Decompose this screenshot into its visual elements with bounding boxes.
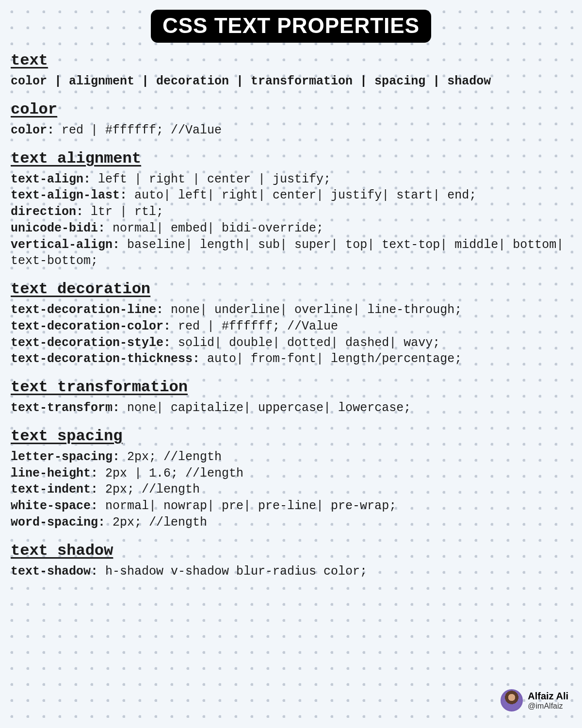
property-values: h-shadow v-shadow blur-radius color; bbox=[98, 564, 367, 579]
page-title: CSS TEXT PROPERTIES bbox=[151, 10, 431, 43]
property-line: direction: ltr | rtl; bbox=[11, 204, 571, 220]
property-values: solid| double| dotted| dashed| wavy; bbox=[171, 336, 440, 350]
property-values: 2px | 1.6; //length bbox=[98, 466, 243, 480]
intro-heading: text bbox=[11, 51, 571, 69]
avatar bbox=[501, 689, 523, 711]
property-name: white-space: bbox=[11, 499, 98, 513]
property-name: text-align: bbox=[11, 172, 91, 186]
property-values: normal| nowrap| pre| pre-line| pre-wrap; bbox=[98, 499, 396, 513]
property-line: text-decoration-style: solid| double| do… bbox=[11, 335, 571, 351]
title-container: CSS TEXT PROPERTIES bbox=[11, 10, 571, 43]
property-values: auto| left| right| center| justify| star… bbox=[127, 188, 476, 202]
property-name: text-decoration-style: bbox=[11, 336, 171, 350]
property-name: text-transform: bbox=[11, 401, 120, 415]
property-name: vertical-align: bbox=[11, 238, 120, 252]
property-values: auto| from-font| length/percentage; bbox=[200, 352, 462, 366]
property-line: text-decoration-line: none| underline| o… bbox=[11, 302, 571, 318]
section-heading: color bbox=[11, 100, 571, 118]
property-name: line-height: bbox=[11, 466, 98, 480]
section-heading: text shadow bbox=[11, 542, 571, 560]
sections-container: colorcolor: red | #ffffff; //Valuetext a… bbox=[11, 100, 571, 580]
attribution: Alfaiz Ali @imAlfaiz bbox=[501, 689, 568, 711]
property-name: text-decoration-line: bbox=[11, 303, 163, 317]
property-name: direction: bbox=[11, 205, 83, 219]
property-name: text-indent: bbox=[11, 482, 98, 496]
property-line: text-transform: none| capitalize| upperc… bbox=[11, 400, 571, 416]
section-heading: text transformation bbox=[11, 378, 571, 396]
property-line: white-space: normal| nowrap| pre| pre-li… bbox=[11, 498, 571, 514]
property-name: text-decoration-thickness: bbox=[11, 352, 200, 366]
property-line: text-indent: 2px; //length bbox=[11, 481, 571, 498]
property-line: letter-spacing: 2px; //length bbox=[11, 449, 571, 465]
property-name: unicode-bidi: bbox=[11, 221, 105, 235]
property-line: text-shadow: h-shadow v-shadow blur-radi… bbox=[11, 563, 571, 580]
property-name: word-spacing: bbox=[11, 515, 105, 529]
property-values: none| capitalize| uppercase| lowercase; bbox=[120, 401, 411, 415]
property-values: red | #ffffff; //Value bbox=[171, 319, 338, 333]
property-values: none| underline| overline| line-through; bbox=[163, 303, 462, 317]
section-heading: text alignment bbox=[11, 149, 571, 167]
author-handle: @imAlfaiz bbox=[528, 702, 568, 711]
property-name: text-align-last: bbox=[11, 188, 127, 202]
property-values: left | right | center | justify; bbox=[91, 172, 331, 186]
property-line: text-decoration-thickness: auto| from-fo… bbox=[11, 351, 571, 367]
property-values: 2px; //length bbox=[120, 450, 222, 464]
property-values: 2px; //length bbox=[105, 515, 207, 529]
property-values: normal| embed| bidi-override; bbox=[105, 221, 323, 235]
property-values: 2px; //length bbox=[98, 482, 200, 496]
property-line: line-height: 2px | 1.6; //length bbox=[11, 465, 571, 482]
property-line: unicode-bidi: normal| embed| bidi-overri… bbox=[11, 220, 571, 237]
property-name: text-decoration-color: bbox=[11, 319, 171, 333]
property-name: letter-spacing: bbox=[11, 450, 120, 464]
property-line: text-align-last: auto| left| right| cent… bbox=[11, 187, 571, 204]
section-heading: text spacing bbox=[11, 427, 571, 445]
property-name: text-shadow: bbox=[11, 564, 98, 579]
author-name: Alfaiz Ali bbox=[528, 691, 568, 702]
property-values: ltr | rtl; bbox=[83, 205, 163, 219]
property-line: text-decoration-color: red | #ffffff; //… bbox=[11, 318, 571, 335]
property-line: vertical-align: baseline| length| sub| s… bbox=[11, 237, 571, 270]
section-heading: text decoration bbox=[11, 280, 571, 298]
intro-categories: color | alignment | decoration | transfo… bbox=[11, 73, 571, 90]
property-line: color: red | #ffffff; //Value bbox=[11, 122, 571, 139]
property-values: red | #ffffff; //Value bbox=[54, 123, 222, 137]
property-line: word-spacing: 2px; //length bbox=[11, 514, 571, 531]
attribution-text: Alfaiz Ali @imAlfaiz bbox=[528, 691, 568, 711]
property-name: color: bbox=[11, 123, 54, 137]
property-line: text-align: left | right | center | just… bbox=[11, 171, 571, 188]
